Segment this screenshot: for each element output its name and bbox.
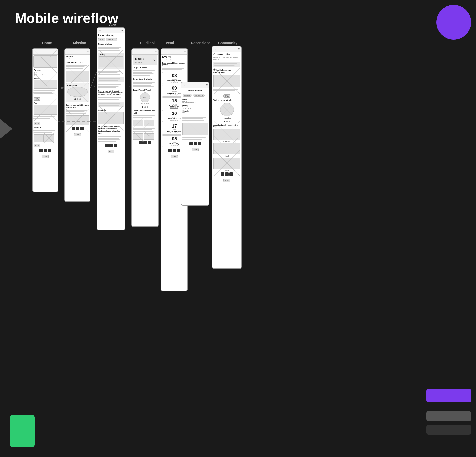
desc-instagram-label: Instagram — [182, 113, 208, 115]
app-title: La nostra app — [97, 33, 125, 37]
comm-biciclette-label: Biciclette — [212, 141, 241, 143]
app-non-puoi-text: Non ne puoi più di oggetti inutilizzati … — [97, 89, 125, 96]
sdn-collab-img4 — [144, 133, 154, 140]
app-privati-img — [99, 56, 123, 67]
comm-sq3 — [229, 172, 233, 176]
mission-sq2 — [76, 127, 79, 130]
desc-prenotazioni-btn[interactable]: Prenotazioni — [193, 94, 204, 97]
event-date-1: 03 — [163, 73, 185, 78]
desc-dove-value: MilanoVia Antonio Eligini, 7 — [182, 100, 208, 103]
comm-subtitle: BeLa nostra community per chi gusta l'at… — [212, 57, 241, 61]
desc-cta[interactable]: CTA — [192, 148, 199, 151]
home-app-cta[interactable]: CTA — [34, 122, 40, 125]
desc-event-img — [182, 123, 208, 135]
sdn-sq1 — [139, 141, 143, 144]
mission-phone: ··· ≡ Mission Nasci Goal Agenda 2030 Ris… — [64, 48, 90, 202]
comm-header-dots: ··· — [214, 48, 216, 51]
app-menu-icon: ≡ — [121, 29, 123, 32]
mission-sq3 — [80, 127, 84, 130]
desc-quando-label: Quando — [182, 104, 208, 106]
comm-nuotatore-img — [220, 103, 234, 116]
comm-vestiti-label: Vestiti — [212, 169, 241, 171]
app-sq2 — [109, 144, 113, 147]
desc-partecipa-btn[interactable]: Partecipa — [183, 94, 192, 97]
eventi-subtitle: Unisciti a noi! — [161, 59, 187, 61]
home-app-title: App — [33, 101, 58, 104]
home-phone: ··· ≡ ReUse NostaQualcosa e altro in bre… — [32, 48, 58, 192]
desc-header-dots: ··· — [183, 84, 185, 86]
mission-cta[interactable]: CTA — [74, 133, 81, 136]
page-title: Mobile wireflow — [15, 10, 118, 26]
home-aziende-cta[interactable]: CTA — [34, 144, 40, 147]
sdn-inizio-title: Come tutto è iniziato — [132, 77, 158, 80]
comm-mobili-label: Mobili — [212, 155, 241, 157]
app-se-sei-text: Se sei un'azienda, dovresti adottare un … — [97, 125, 125, 135]
deco-rect-purple — [426, 389, 471, 402]
eventi-cta[interactable]: CTA — [171, 155, 178, 158]
mission-dot1 — [74, 98, 76, 100]
eventi-header-dots: ··· — [163, 50, 165, 53]
desc-dove-label: Dove — [182, 99, 208, 100]
sdn-header-dots: ··· — [133, 50, 135, 53]
sdn-dot1 — [142, 106, 143, 108]
sdn-collaborano-title: Perché collaborano con noi? — [132, 109, 158, 114]
app-sq1 — [105, 144, 109, 147]
mission-circle-img — [67, 87, 88, 97]
app-btn-aziende[interactable]: AZIENDE — [106, 38, 117, 41]
mission-menu-icon: ≡ — [87, 50, 89, 53]
desc-menu-icon: ≡ — [206, 83, 208, 87]
event-name-1: Swapping market — [163, 80, 185, 82]
eventi-sq1 — [168, 149, 172, 152]
eventi-sq2 — [173, 149, 176, 152]
mission-section-label: Mission — [73, 41, 86, 45]
app-header-dots: ··· — [99, 29, 101, 32]
comm-sq1 — [221, 172, 224, 176]
home-aziende-img1 — [34, 134, 44, 142]
comm-sq2 — [225, 172, 229, 176]
play-button[interactable] — [0, 119, 12, 139]
comm-nuotatore-label: Il nuotatore — [222, 117, 231, 119]
comm-cta2[interactable]: CTA — [223, 179, 230, 182]
mission-title: Mission — [65, 55, 90, 58]
mission-img1 — [66, 71, 89, 82]
desc-back-btn[interactable]: ← — [182, 89, 187, 92]
app-reuse-title: ReUse ci piace — [97, 42, 125, 45]
eventi-sq3 — [177, 149, 180, 152]
comm-mobili-img — [213, 143, 240, 154]
su-di-noi-section-label: Su di noi — [140, 41, 155, 45]
home-mission-image — [34, 80, 57, 89]
sdn-title: E noi? — [134, 57, 156, 61]
eventi-title: Eventi — [161, 55, 187, 59]
app-aziende-img — [98, 112, 124, 124]
home-bottom-cta[interactable]: CTA — [42, 155, 49, 158]
community-section-label: Community — [218, 41, 237, 45]
desc-title: Nome evento — [187, 89, 203, 92]
app-cta[interactable]: CTA — [108, 150, 114, 153]
home-sq2 — [44, 149, 47, 152]
app-btn-app[interactable]: APP — [98, 38, 105, 41]
home-hero-image — [33, 55, 57, 68]
desc-contatti-label: Contatti — [182, 110, 208, 112]
comm-biciclette-img — [213, 129, 240, 140]
desc-sq2 — [194, 142, 197, 145]
community-phone: ··· ≡ Community BeLa nostra community pe… — [212, 46, 242, 269]
comm-title: Community — [212, 52, 241, 57]
home-sq3 — [48, 149, 51, 152]
eventi-section-label: Eventi — [164, 41, 174, 45]
sdn-sq3 — [148, 141, 151, 144]
home-app-image — [34, 105, 57, 115]
desc-quando-value: 8 maggio16:30 - 18:30 — [182, 106, 208, 109]
comm-menu-icon: ≡ — [238, 47, 240, 51]
mission-header-dots: ··· — [66, 50, 68, 53]
home-aziende-title: Aziende — [33, 126, 58, 129]
arrow-home-mission: → — [60, 84, 63, 88]
mission-nav: Nasci — [65, 58, 90, 60]
descrizione-phone: ··· ≡ ← Nome evento Partecipa Prenotazio… — [181, 82, 209, 206]
sdn-collab-img2 — [144, 120, 154, 126]
comm-dot2 — [226, 121, 228, 122]
app-sq3 — [114, 144, 117, 147]
comm-vestiti-img — [213, 158, 240, 169]
app-privati-title: Privati — [99, 54, 123, 56]
comm-cta1[interactable]: CTA — [223, 94, 230, 98]
sdn-dot3 — [147, 106, 148, 108]
